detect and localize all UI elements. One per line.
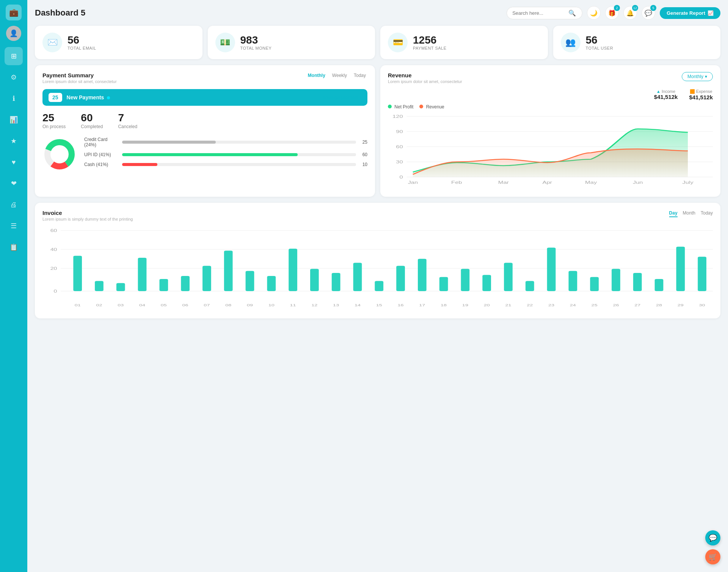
payment-details: Credit Card (24%) 25 UPI ID (41%) 60 — [42, 137, 367, 172]
x-label-18: 18 — [441, 303, 447, 307]
x-label-23: 23 — [548, 303, 554, 307]
sidebar-item-list[interactable]: ☰ — [5, 217, 23, 235]
payment-icon: 💳 — [388, 33, 408, 52]
bar-16 — [396, 266, 405, 291]
manage-payment-link[interactable]: Manage payment › — [323, 95, 361, 100]
gifts-button[interactable]: 🎁 2 — [605, 6, 619, 20]
bar-13 — [332, 273, 340, 291]
bar-25 — [590, 277, 599, 291]
x-label-15: 15 — [376, 303, 382, 307]
bar-cash: Cash (41%) 10 — [84, 162, 367, 167]
income-value: $41,512k — [654, 94, 678, 100]
middle-grid: Payment Summary Lorem ipsum dolor sit am… — [35, 65, 720, 197]
bar-val-cash: 10 — [360, 162, 367, 167]
revenue-info: Revenue Lorem ipsum dolor sit amet, cons… — [388, 72, 462, 84]
sidebar-item-chart[interactable]: 📊 — [5, 111, 23, 129]
payment-tab-today[interactable]: Today — [352, 72, 367, 79]
stat-info-user: 56 TOTAL USER — [586, 34, 613, 51]
on-process-label: On process — [42, 124, 66, 129]
gifts-badge: 2 — [614, 5, 620, 11]
bar-18 — [439, 277, 448, 291]
invoice-info: Invoice Lorem ipsum is simply dummy text… — [42, 210, 133, 221]
payment-tab-weekly[interactable]: Weekly — [331, 72, 348, 79]
svg-text:90: 90 — [396, 130, 403, 134]
invoice-tab-month[interactable]: Month — [683, 210, 695, 217]
stat-label-payment: PAYMENT SALE — [413, 46, 447, 50]
completed-stat: 60 Completed — [81, 112, 103, 129]
svg-text:July: July — [682, 180, 693, 185]
bar-04 — [138, 258, 147, 291]
bar-05 — [159, 279, 168, 291]
stat-number-money: 983 — [240, 34, 272, 46]
invoice-card: Invoice Lorem ipsum is simply dummy text… — [35, 203, 720, 318]
sidebar-item-star[interactable]: ★ — [5, 132, 23, 150]
expense-icon: 🟧 — [690, 89, 696, 94]
bar-27 — [633, 273, 642, 291]
legend-profit: Net Profit — [388, 104, 413, 110]
stat-info-money: 983 TOTAL MONEY — [240, 34, 272, 51]
x-label-01: 01 — [75, 303, 81, 307]
bar-upi: UPI ID (41%) 60 — [84, 152, 367, 157]
payment-tab-monthly[interactable]: Monthly — [306, 72, 327, 79]
generate-report-button[interactable]: Generate Report 📈 — [660, 7, 720, 19]
stat-info-email: 56 TOTAL EMAIL — [67, 34, 96, 51]
x-label-05: 05 — [161, 303, 167, 307]
revenue-header: Revenue Lorem ipsum dolor sit amet, cons… — [388, 72, 713, 84]
theme-toggle-button[interactable]: 🌙 — [587, 6, 601, 20]
bar-06 — [181, 276, 190, 291]
x-label-20: 20 — [484, 303, 490, 307]
stat-card-email: ✉️ 56 TOTAL EMAIL — [35, 26, 202, 59]
sidebar-item-dashboard[interactable]: ⊞ — [5, 47, 23, 65]
new-payments-count: 25 — [49, 93, 62, 102]
x-label-16: 16 — [398, 303, 404, 307]
svg-text:20: 20 — [50, 266, 57, 271]
user-avatar[interactable]: 👤 — [6, 26, 21, 41]
bar-fill-upi — [122, 153, 298, 156]
stat-number-user: 56 — [586, 34, 613, 46]
x-label-29: 29 — [678, 303, 684, 307]
revenue-monthly-label: Monthly — [687, 74, 703, 79]
bar-label-upi: UPI ID (41%) — [84, 152, 118, 157]
support-fab[interactable]: 💬 — [705, 530, 720, 545]
stat-card-money: 💵 983 TOTAL MONEY — [208, 26, 375, 59]
x-label-28: 28 — [656, 303, 662, 307]
x-label-27: 27 — [634, 303, 640, 307]
search-input[interactable] — [512, 10, 565, 16]
sidebar-item-docs[interactable]: 📋 — [5, 238, 23, 256]
canceled-label: Canceled — [118, 124, 137, 129]
header: Dashboard 5 🔍 🌙 🎁 2 🔔 12 💬 5 Generate Re… — [35, 6, 720, 20]
revenue-card: Revenue Lorem ipsum dolor sit amet, cons… — [380, 65, 720, 197]
messages-button[interactable]: 💬 5 — [642, 6, 655, 20]
svg-text:Jan: Jan — [408, 180, 418, 185]
x-label-25: 25 — [592, 303, 598, 307]
svg-text:60: 60 — [396, 145, 403, 149]
svg-text:Feb: Feb — [451, 180, 462, 185]
sidebar-item-settings[interactable]: ⚙ — [5, 68, 23, 86]
bar-fill-cash — [122, 163, 157, 166]
notifications-button[interactable]: 🔔 12 — [623, 6, 637, 20]
sidebar-logo[interactable]: 💼 — [6, 5, 22, 20]
completed-label: Completed — [81, 124, 103, 129]
sidebar-item-heart1[interactable]: ♥ — [5, 153, 23, 171]
sidebar-item-info[interactable]: ℹ — [5, 89, 23, 108]
bar-15 — [375, 281, 383, 291]
x-label-21: 21 — [505, 303, 511, 307]
sidebar-item-heart2[interactable]: ❤ — [5, 174, 23, 193]
bar-10 — [267, 276, 276, 291]
revenue-title: Revenue — [388, 72, 462, 78]
invoice-tab-today[interactable]: Today — [701, 210, 713, 217]
invoice-tab-day[interactable]: Day — [669, 210, 678, 217]
search-box[interactable]: 🔍 — [507, 7, 582, 19]
main-content: Dashboard 5 🔍 🌙 🎁 2 🔔 12 💬 5 Generate Re… — [27, 0, 728, 572]
user-icon: 👥 — [561, 33, 581, 52]
svg-text:120: 120 — [392, 114, 403, 119]
bar-22 — [526, 281, 534, 291]
bar-label-cc: Credit Card (24%) — [84, 137, 118, 147]
payment-summary-subtitle: Lorem ipsum dolor sit amet, consectetur — [42, 79, 117, 84]
revenue-monthly-button[interactable]: Monthly ▾ — [682, 72, 713, 81]
invoice-tab-group: Day Month Today — [669, 210, 713, 217]
sidebar-item-printer[interactable]: 🖨 — [5, 196, 23, 214]
legend-revenue: Revenue — [419, 104, 444, 110]
profit-dot — [388, 105, 392, 108]
cart-fab[interactable]: 🛒 — [705, 549, 720, 564]
